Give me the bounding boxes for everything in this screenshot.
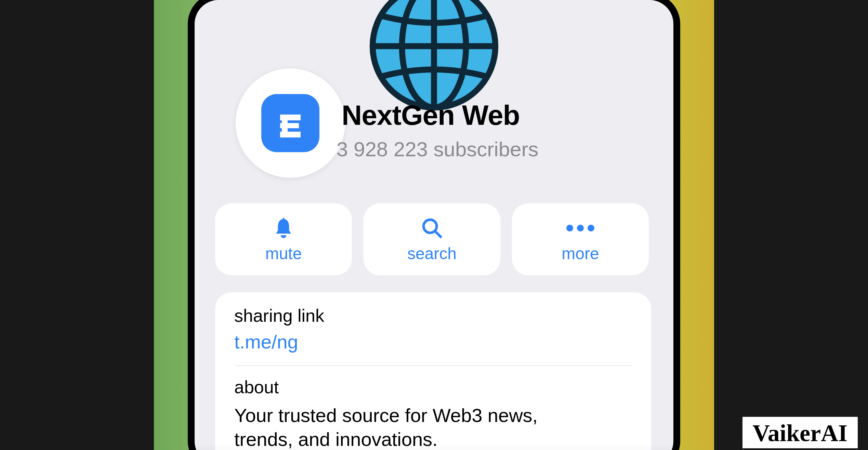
about-label: about: [234, 377, 632, 397]
ellipsis-icon: [565, 216, 596, 240]
sharing-link[interactable]: t.me/ng: [234, 331, 632, 353]
phone-screen: NextGen Web 3 928 223 subscribers mute: [195, 0, 673, 450]
divider: [234, 365, 632, 366]
action-button-row: mute search: [215, 203, 649, 275]
channel-avatar[interactable]: [236, 68, 345, 178]
more-button[interactable]: more: [512, 203, 649, 275]
sharing-link-label: sharing link: [234, 305, 632, 326]
channel-name: NextGen Web: [342, 99, 520, 131]
mute-button[interactable]: mute: [215, 203, 352, 275]
search-icon: [421, 216, 443, 240]
search-button[interactable]: search: [364, 203, 500, 275]
globe-icon: [367, 0, 501, 114]
watermark: VaikerAI: [742, 417, 858, 448]
pillarbox-left: [0, 0, 154, 450]
svg-point-7: [566, 225, 573, 231]
info-card: sharing link t.me/ng about Your trusted …: [215, 292, 651, 450]
phone-frame: NextGen Web 3 928 223 subscribers mute: [188, 0, 680, 450]
pillarbox-right: [714, 0, 868, 450]
svg-line-6: [435, 231, 441, 237]
svg-point-8: [577, 225, 584, 231]
avatar-logo-icon: [261, 94, 319, 152]
gradient-background: NextGen Web 3 928 223 subscribers mute: [154, 0, 714, 450]
search-label: search: [407, 244, 457, 263]
subscriber-count: 3 928 223 subscribers: [337, 137, 538, 161]
svg-point-9: [588, 225, 594, 231]
bell-icon: [273, 216, 294, 240]
about-text: Your trusted source for Web3 news, trend…: [234, 403, 583, 450]
more-label: more: [562, 244, 599, 263]
mute-label: mute: [265, 244, 302, 263]
